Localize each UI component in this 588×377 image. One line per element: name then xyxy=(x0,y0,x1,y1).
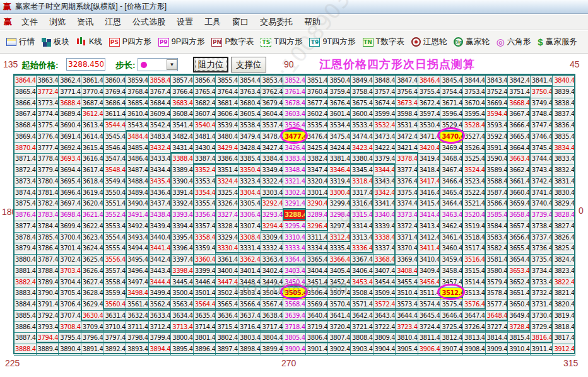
grid-cell[interactable]: 3872.45 xyxy=(14,165,37,177)
grid-cell[interactable]: 3652.45 xyxy=(508,277,531,289)
grid-cell[interactable]: 3800.45 xyxy=(171,333,194,344)
grid-cell[interactable]: 3323.45 xyxy=(238,177,261,188)
grid-cell[interactable]: 3776.45 xyxy=(37,132,59,143)
grid-cell[interactable]: 3370.45 xyxy=(396,243,418,255)
grid-cell[interactable]: 3812.45 xyxy=(440,333,463,344)
grid-cell[interactable]: 3526.45 xyxy=(463,143,486,154)
grid-cell[interactable]: 3357.45 xyxy=(194,221,216,233)
grid-cell[interactable]: 3860.45 xyxy=(103,76,126,87)
grid-cell[interactable]: 3814.45 xyxy=(486,333,509,344)
grid-cell[interactable]: 3750.45 xyxy=(531,87,553,98)
grid-cell[interactable]: 3291.45 xyxy=(283,199,306,210)
grid-cell[interactable]: 3769.45 xyxy=(103,87,126,98)
toolbar-button-板块[interactable]: 板块 xyxy=(42,37,69,47)
grid-cell[interactable]: 3537.45 xyxy=(261,120,284,132)
resistance-button[interactable]: 阻力位 xyxy=(193,57,228,72)
grid-cell[interactable]: 3459.45 xyxy=(440,255,463,266)
grid-cell[interactable]: 3692.45 xyxy=(59,143,81,154)
menu-item-2[interactable]: 资讯 xyxy=(71,14,99,30)
grid-cell[interactable]: 3656.45 xyxy=(508,233,531,244)
grid-cell[interactable]: 3466.45 xyxy=(440,177,463,188)
grid-cell[interactable]: 3756.45 xyxy=(396,87,418,98)
grid-cell[interactable]: 3395.45 xyxy=(171,233,194,244)
toolbar-button-T数字表[interactable]: TNT数字表 xyxy=(363,37,404,47)
grid-cell[interactable]: 3605.45 xyxy=(238,109,261,120)
grid-cell[interactable]: 3536.45 xyxy=(283,120,306,132)
grid-cell[interactable]: 3445.45 xyxy=(171,277,194,289)
grid-cell[interactable]: 3366.45 xyxy=(328,255,351,266)
grid-cell[interactable]: 3443.45 xyxy=(149,266,172,277)
grid-cell[interactable]: 3327.45 xyxy=(216,210,238,221)
grid-cell[interactable]: 3555.45 xyxy=(103,243,126,255)
grid-cell[interactable]: 3892.45 xyxy=(103,344,126,356)
grid-cell[interactable]: 3836.45 xyxy=(553,120,575,132)
grid-cell[interactable]: 3400.45 xyxy=(216,266,238,277)
grid-cell[interactable]: 3782.45 xyxy=(37,199,59,210)
grid-cell[interactable]: 3700.45 xyxy=(59,233,81,244)
grid-cell[interactable]: 3781.45 xyxy=(37,188,59,199)
grid-cell[interactable]: 3786.45 xyxy=(37,243,59,255)
grid-cell[interactable]: 3840.45 xyxy=(553,76,575,87)
grid-cell[interactable]: 3663.45 xyxy=(508,154,531,165)
grid-cell[interactable]: 3518.45 xyxy=(463,233,486,244)
grid-cell[interactable]: 3661.45 xyxy=(508,177,531,188)
grid-cell[interactable]: 3909.45 xyxy=(486,344,509,356)
grid-cell[interactable]: 3784.45 xyxy=(37,221,59,233)
grid-cell[interactable]: 3363.45 xyxy=(261,255,284,266)
grid-cell[interactable]: 3825.45 xyxy=(553,243,575,255)
grid-cell[interactable]: 3628.45 xyxy=(81,288,104,299)
grid-cell[interactable]: 3489.45 xyxy=(126,188,149,199)
grid-cell[interactable]: 3809.45 xyxy=(373,333,396,344)
grid-cell[interactable]: 3304.45 xyxy=(238,188,261,199)
grid-cell[interactable]: 3607.45 xyxy=(194,109,216,120)
grid-cell[interactable]: 3616.45 xyxy=(81,154,104,165)
grid-cell[interactable]: 3680.45 xyxy=(238,98,261,110)
grid-cell[interactable]: 3403.45 xyxy=(283,266,306,277)
grid-cell[interactable]: 3539.45 xyxy=(216,120,238,132)
grid-cell[interactable]: 3316.45 xyxy=(351,199,373,210)
grid-cell[interactable]: 3541.45 xyxy=(171,120,194,132)
grid-cell[interactable]: 3587.45 xyxy=(486,188,509,199)
grid-cell[interactable]: 3646.45 xyxy=(440,311,463,322)
grid-cell[interactable]: 3693.45 xyxy=(59,154,81,165)
grid-cell[interactable]: 3834.45 xyxy=(553,143,575,154)
grid-cell[interactable]: 3391.45 xyxy=(171,188,194,199)
grid-cell[interactable]: 3419.45 xyxy=(418,154,441,165)
grid-cell[interactable]: 3648.45 xyxy=(486,311,509,322)
grid-cell[interactable]: 3293.45 xyxy=(261,210,284,221)
grid-cell[interactable]: 3317.45 xyxy=(351,188,373,199)
grid-cell[interactable]: 3350.45 xyxy=(238,165,261,177)
grid-cell[interactable]: 3584.45 xyxy=(486,221,509,233)
grid-cell[interactable]: 3387.45 xyxy=(194,154,216,165)
grid-cell[interactable]: 3314.45 xyxy=(351,221,373,233)
grid-cell[interactable]: 3337.45 xyxy=(373,243,396,255)
grid-cell[interactable]: 3390.45 xyxy=(171,177,194,188)
grid-cell[interactable]: 3763.45 xyxy=(238,87,261,98)
grid-cell[interactable]: 3603.45 xyxy=(283,109,306,120)
grid-cell[interactable]: 3857.45 xyxy=(171,76,194,87)
grid-cell[interactable]: 3301.45 xyxy=(306,188,329,199)
grid-cell[interactable]: 3838.45 xyxy=(553,98,575,110)
grid-cell[interactable]: 3884.45 xyxy=(14,299,37,311)
grid-cell[interactable]: 3499.45 xyxy=(149,288,172,299)
grid-cell[interactable]: 3543.45 xyxy=(126,120,149,132)
grid-cell[interactable]: 3359.45 xyxy=(194,243,216,255)
grid-cell[interactable]: 3510.45 xyxy=(396,288,418,299)
grid-cell[interactable]: 3699.45 xyxy=(59,221,81,233)
grid-cell[interactable]: 3511.45 xyxy=(418,288,441,299)
grid-cell[interactable]: 3384.45 xyxy=(261,154,284,165)
menu-item-0[interactable]: 文件 xyxy=(16,14,44,30)
grid-cell[interactable]: 3598.45 xyxy=(396,109,418,120)
grid-cell[interactable]: 3740.45 xyxy=(531,199,553,210)
toolbar-button-9T四方形[interactable]: T99T四方形 xyxy=(309,37,355,47)
grid-cell[interactable]: 3414.45 xyxy=(418,210,441,221)
grid-cell[interactable]: 3360.45 xyxy=(194,255,216,266)
grid-cell[interactable]: 3574.45 xyxy=(418,299,441,311)
grid-cell[interactable]: 3694.45 xyxy=(59,165,81,177)
grid-cell[interactable]: 3639.45 xyxy=(283,311,306,322)
grid-cell[interactable]: 3583.45 xyxy=(486,233,509,244)
grid-cell[interactable]: 3849.45 xyxy=(351,76,373,87)
grid-cell[interactable]: 3458.45 xyxy=(440,266,463,277)
grid-cell[interactable]: 3355.45 xyxy=(194,199,216,210)
grid-cell[interactable]: 3516.45 xyxy=(463,255,486,266)
